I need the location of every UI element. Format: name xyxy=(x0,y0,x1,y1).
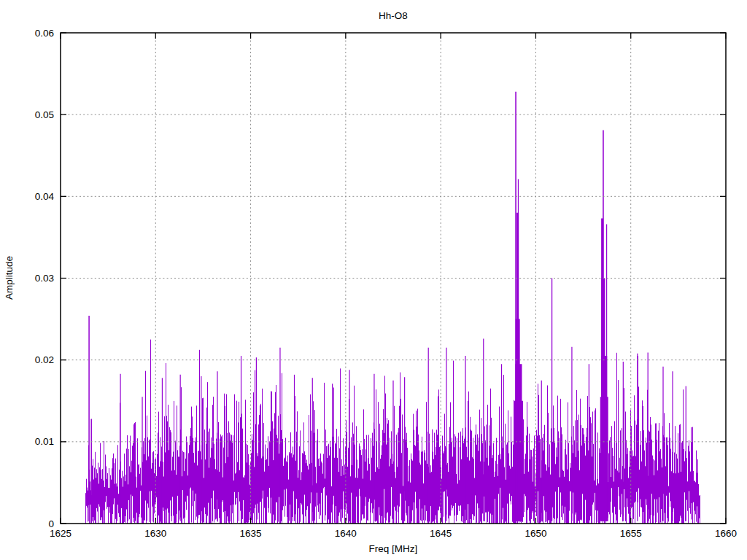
x-tick-label: 1625 xyxy=(50,528,71,539)
plot-area: 00.010.020.030.040.050.06162516301635164… xyxy=(35,28,737,540)
x-tick-label: 1635 xyxy=(240,528,262,539)
x-tick-label: 1650 xyxy=(525,528,546,539)
y-tick-label: 0.04 xyxy=(35,191,55,202)
x-tick-label: 1630 xyxy=(144,528,166,539)
chart-title: Hh-O8 xyxy=(379,10,408,21)
y-tick-label: 0.06 xyxy=(35,28,54,39)
figure: 00.010.020.030.040.050.06162516301635164… xyxy=(0,0,747,560)
x-tick-label: 1640 xyxy=(335,528,357,539)
x-tick-label: 1645 xyxy=(430,528,452,539)
x-tick-label: 1655 xyxy=(620,528,642,539)
y-tick-label: 0.03 xyxy=(35,273,54,284)
spectrum-chart: 00.010.020.030.040.050.06162516301635164… xyxy=(0,0,747,560)
y-tick-label: 0.05 xyxy=(35,109,54,120)
x-tick-label: 1660 xyxy=(715,528,737,539)
y-tick-label: 0.02 xyxy=(35,354,54,365)
y-tick-label: 0.01 xyxy=(35,436,54,447)
x-axis-label: Freq [MHz] xyxy=(369,543,418,554)
y-axis-label: Amplitude xyxy=(4,256,15,300)
